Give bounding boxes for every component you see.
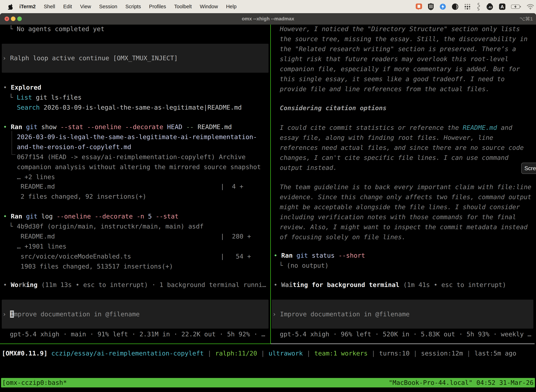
tree-guide-line xyxy=(12,131,12,155)
menu-bar: iTerm2ShellEditViewSessionScriptsProfile… xyxy=(0,0,536,13)
squiggle-icon[interactable] xyxy=(476,3,481,10)
menu-item-edit[interactable]: Edit xyxy=(63,4,72,9)
screen-tooltip: Scre xyxy=(521,163,536,174)
menu-item-view[interactable]: View xyxy=(80,4,91,9)
menu-item-session[interactable]: Session xyxy=(99,4,117,9)
wifi-icon[interactable] xyxy=(526,4,534,10)
menu-item-iterm2[interactable]: iTerm2 xyxy=(19,4,36,9)
screen: iTerm2ShellEditViewSessionScriptsProfile… xyxy=(0,0,536,392)
svg-text:A: A xyxy=(501,4,504,9)
menu-item-window[interactable]: Window xyxy=(200,4,218,9)
tmux-host-clock: "MacBook-Pro-44.local" 04:52 31-Mar-26 xyxy=(389,378,535,387)
right-pane-border xyxy=(271,344,535,344)
left-prompt-input[interactable] xyxy=(2,300,268,329)
tmux-pane-divider[interactable] xyxy=(270,25,271,344)
shield-grid-icon[interactable] xyxy=(428,3,434,10)
menu-item-help[interactable]: Help xyxy=(226,4,237,9)
menu-status-icons: ..61 A xyxy=(415,0,534,13)
window-title-bar[interactable]: omx --xhigh --madmax ⌥⌘1 xyxy=(0,13,536,25)
left-pane-border xyxy=(0,344,271,344)
apple-logo-icon[interactable] xyxy=(8,4,13,10)
menu-item-toolbelt[interactable]: Toolbelt xyxy=(174,4,192,9)
chat-icon[interactable] xyxy=(415,3,422,10)
window-shortcut-badge: ⌥⌘1 xyxy=(519,16,533,22)
crescent-icon[interactable] xyxy=(452,3,459,10)
ralph-loop-banner xyxy=(2,44,268,73)
screen-tooltip-label: Scre xyxy=(524,165,536,172)
menu-item-shell[interactable]: Shell xyxy=(44,4,55,9)
timer-61-icon[interactable]: ..61 xyxy=(486,3,493,10)
tmux-status-bar: [omx-cczip0:bash* "MacBook-Pro-44.local"… xyxy=(1,378,535,387)
tree-guide-corner xyxy=(12,154,15,155)
right-prompt-input[interactable] xyxy=(272,300,533,329)
menu-items: iTerm2ShellEditViewSessionScriptsProfile… xyxy=(19,4,237,9)
battery-charging-icon[interactable] xyxy=(511,4,521,9)
window-title: omx --xhigh --madmax xyxy=(0,16,536,22)
a-key-icon[interactable]: A xyxy=(499,3,506,10)
menu-item-scripts[interactable]: Scripts xyxy=(125,4,141,9)
svg-text:..61: ..61 xyxy=(488,6,492,9)
dots-grid-icon[interactable] xyxy=(464,3,471,10)
blue-badge-icon[interactable] xyxy=(439,3,446,10)
menu-item-profiles[interactable]: Profiles xyxy=(149,4,166,9)
tmux-session-label: [omx-cczip0:bash* xyxy=(1,378,67,387)
